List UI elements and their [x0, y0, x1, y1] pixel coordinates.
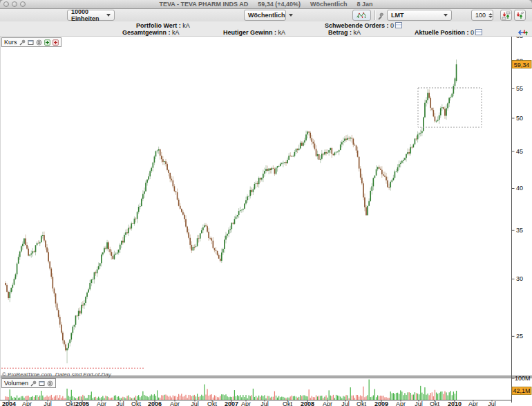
svg-text:2009: 2009 — [374, 400, 388, 406]
wrench-icon — [19, 39, 26, 46]
main-toolbar: 10000 Einheiten Wöchentlich LMT 100 — [0, 9, 532, 22]
svg-text:Jul: Jul — [260, 400, 269, 406]
svg-text:42,1M: 42,1M — [513, 387, 530, 394]
volume-pane-window-button[interactable] — [39, 380, 45, 387]
volume-pane-settings-button[interactable] — [30, 380, 37, 387]
stepper-arrows-icon[interactable] — [488, 13, 493, 18]
timeframe-dropdown-label: Wöchentlich — [248, 12, 285, 19]
current-position: Aktuelle Position : 0 — [415, 29, 482, 36]
quantity-value: 100 — [475, 12, 486, 19]
volume-pane-header: Volumen — [1, 378, 56, 388]
data-note: Daten sind End-of-Day — [55, 371, 111, 378]
svg-text:Okt: Okt — [207, 400, 218, 406]
svg-text:Jul: Jul — [44, 400, 52, 406]
orders-sheet-icon[interactable] — [395, 22, 402, 28]
svg-text:Apr: Apr — [323, 400, 332, 406]
svg-text:59,34: 59,34 — [514, 62, 530, 68]
svg-text:Apr: Apr — [97, 400, 106, 406]
svg-text:2006: 2006 — [148, 400, 162, 406]
svg-text:Jul: Jul — [191, 400, 199, 406]
svg-text:2005: 2005 — [75, 400, 89, 406]
price-pane-settings-button[interactable] — [19, 39, 26, 46]
edit-order-button[interactable] — [514, 10, 526, 21]
portfolio-info-bar: Portfolio Wert : kA Schwebende Orders : … — [0, 21, 532, 36]
svg-text:100M: 100M — [515, 375, 531, 382]
svg-text:35: 35 — [516, 227, 523, 234]
volume-pane-close-button[interactable] — [47, 380, 53, 387]
title-instrument: TEVA - TEVA PHARM INDS AD — [160, 1, 249, 8]
svg-text:Jul: Jul — [488, 400, 496, 406]
svg-text:45: 45 — [516, 148, 523, 155]
svg-text:2007: 2007 — [225, 400, 238, 406]
red-plus-icon — [53, 39, 59, 46]
today-gain: Heutiger Gewinn : kA — [223, 29, 285, 36]
units-dropdown-label: 10000 Einheiten — [71, 8, 103, 22]
window-icon — [28, 39, 34, 46]
close-icon — [36, 39, 42, 46]
price-axis: 656055504540353025100M — [0, 37, 531, 403]
toolbar-divider — [374, 10, 375, 20]
volume-pane-label: Volumen — [4, 380, 28, 387]
amount: Betrag : kA — [328, 29, 361, 36]
svg-text:50: 50 — [516, 115, 523, 122]
mountain-chart-icon — [357, 11, 367, 19]
chevron-down-icon — [289, 14, 293, 17]
provider-credit: © ProRealTime.com — [2, 371, 52, 378]
add-buy-indicator-button[interactable] — [44, 39, 50, 46]
time-axis: 2004AprJulOkt2005AprJulOkt2006AprJulOkt2… — [2, 400, 496, 406]
price-pane-window-button[interactable] — [28, 39, 34, 46]
svg-text:Okt: Okt — [357, 400, 367, 406]
svg-text:65: 65 — [516, 37, 523, 39]
order-book-button[interactable] — [500, 10, 512, 21]
portfolio-value: Portfolio Wert : kA — [136, 22, 190, 29]
svg-text:40: 40 — [516, 185, 523, 192]
svg-text:2008: 2008 — [301, 400, 314, 406]
svg-text:Okt: Okt — [66, 400, 76, 406]
timeframe-dropdown[interactable]: Wöchentlich — [244, 10, 286, 21]
svg-text:Apr: Apr — [468, 400, 478, 406]
svg-text:2004: 2004 — [2, 400, 16, 406]
last-volume-tag: 42,1M — [512, 387, 531, 394]
total-gain: Gesamtgewinn : kA — [122, 29, 180, 36]
position-sheet-icon[interactable] — [475, 29, 482, 35]
title-timeframe: Wöchentlich — [310, 1, 348, 8]
window-title: TEVA - TEVA PHARM INDS AD59,34 (+4,40%)W… — [0, 1, 532, 8]
svg-text:Apr: Apr — [396, 400, 406, 406]
svg-text:Jul: Jul — [341, 400, 350, 406]
copyright-note: © ProRealTime.comDaten sind End-of-Day — [2, 371, 111, 378]
svg-text:2010: 2010 — [448, 400, 462, 406]
quantity-stepper[interactable]: 100 — [471, 10, 493, 21]
volume-series — [5, 380, 457, 400]
svg-text:55: 55 — [516, 85, 523, 92]
chevron-down-icon — [444, 14, 448, 17]
price-pane-close-button[interactable] — [36, 39, 42, 46]
add-sell-indicator-button[interactable] — [53, 39, 59, 46]
wrench-icon — [377, 12, 386, 21]
app-window: TEVA - TEVA PHARM INDS AD59,34 (+4,40%)W… — [0, 0, 532, 406]
candlestick-series — [5, 64, 457, 350]
candlestick-wicks — [6, 59, 457, 363]
svg-text:Apr: Apr — [22, 400, 32, 406]
price-volume-chart[interactable]: 656055504540353025100M2004AprJulOkt2005A… — [0, 37, 532, 406]
svg-text:30: 30 — [516, 275, 523, 282]
green-plus-icon — [44, 39, 50, 46]
svg-text:Apr: Apr — [170, 400, 180, 406]
units-dropdown[interactable]: 10000 Einheiten — [67, 10, 115, 21]
buy-sell-edit-icon — [515, 11, 524, 20]
buy-sell-list-icon — [502, 11, 511, 20]
chevron-down-icon — [106, 14, 111, 17]
wrench-icon — [30, 380, 37, 387]
price-pane-label: Kurs — [4, 39, 17, 46]
chart-type-button[interactable] — [352, 10, 371, 21]
svg-text:Okt: Okt — [131, 400, 142, 406]
price-pane-header: Kurs — [1, 37, 61, 47]
svg-text:Okt: Okt — [283, 400, 293, 406]
order-type-dropdown[interactable]: LMT — [387, 10, 452, 21]
order-type-label: LMT — [391, 12, 404, 19]
pending-orders: Schwebende Orders : 0 — [325, 22, 402, 29]
svg-text:Apr: Apr — [241, 400, 251, 406]
window-icon — [39, 380, 45, 387]
svg-text:25: 25 — [516, 333, 523, 340]
chart-area: 656055504540353025100M2004AprJulOkt2005A… — [0, 36, 532, 406]
svg-text:Okt: Okt — [430, 400, 440, 406]
